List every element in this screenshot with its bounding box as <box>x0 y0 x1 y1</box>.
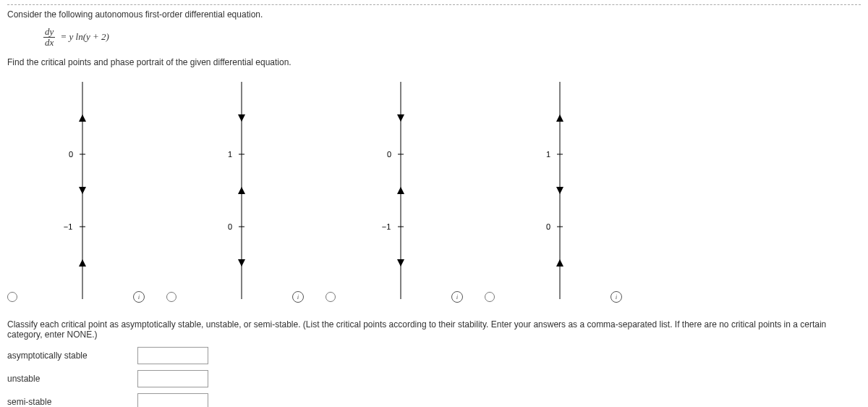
svg-text:0: 0 <box>387 150 391 159</box>
phase-portrait-a: 0 −1 <box>39 75 111 306</box>
option-d-radio[interactable] <box>485 292 495 302</box>
question-intro: Consider the following autonomous first-… <box>7 9 861 20</box>
svg-text:0: 0 <box>69 150 73 159</box>
label-semi-stable: semi-stable <box>7 397 137 407</box>
svg-marker-13 <box>238 114 245 122</box>
equation: dy dx = y ln(y + 2) <box>43 27 861 49</box>
phase-portrait-options: 0 −1 i 1 0 i <box>7 75 861 306</box>
svg-marker-23 <box>397 259 404 267</box>
input-semi-stable[interactable] <box>137 393 208 407</box>
svg-marker-6 <box>79 187 86 194</box>
label-asymp-stable: asymptotically stable <box>7 351 137 361</box>
info-icon[interactable]: i <box>610 291 622 303</box>
svg-marker-22 <box>397 187 404 194</box>
svg-marker-31 <box>556 259 563 267</box>
phase-portrait-c: 0 −1 <box>357 75 430 306</box>
eq-denominator: dx <box>43 38 55 48</box>
option-a: 0 −1 <box>39 75 111 306</box>
svg-text:0: 0 <box>228 222 232 231</box>
info-icon[interactable]: i <box>292 291 304 303</box>
svg-marker-5 <box>79 114 86 122</box>
eq-numerator: dy <box>43 27 55 38</box>
input-asymp-stable[interactable] <box>137 347 208 364</box>
svg-marker-15 <box>238 259 245 267</box>
svg-text:0: 0 <box>546 222 550 231</box>
option-c: 0 −1 <box>357 75 430 306</box>
question-find: Find the critical points and phase portr… <box>7 57 861 67</box>
input-unstable[interactable] <box>137 370 208 387</box>
eq-rhs: = y ln(y + 2) <box>58 31 109 42</box>
svg-text:−1: −1 <box>64 222 73 231</box>
option-b-radio[interactable] <box>166 292 176 302</box>
svg-marker-29 <box>556 114 563 122</box>
info-icon[interactable]: i <box>133 291 145 303</box>
svg-marker-14 <box>238 187 245 194</box>
svg-marker-30 <box>556 187 563 194</box>
phase-portrait-d: 1 0 <box>516 75 589 306</box>
svg-marker-21 <box>397 114 404 122</box>
option-d: 1 0 <box>516 75 589 306</box>
svg-marker-7 <box>79 259 86 267</box>
phase-portrait-b: 1 0 <box>198 75 271 306</box>
svg-text:1: 1 <box>546 150 550 159</box>
svg-text:1: 1 <box>228 150 232 159</box>
svg-text:−1: −1 <box>382 222 391 231</box>
info-icon[interactable]: i <box>451 291 463 303</box>
option-a-radio[interactable] <box>7 292 17 302</box>
label-unstable: unstable <box>7 374 137 384</box>
option-b: 1 0 <box>198 75 271 306</box>
classify-instructions: Classify each critical point as asymptot… <box>7 319 861 340</box>
option-c-radio[interactable] <box>326 292 336 302</box>
